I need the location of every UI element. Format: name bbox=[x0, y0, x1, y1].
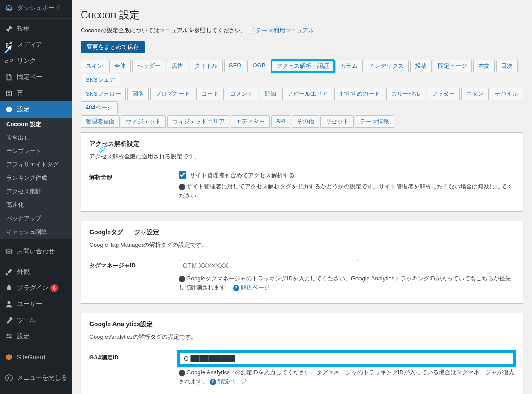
settings-tab[interactable]: OGP bbox=[247, 60, 270, 72]
menu-label: リンク bbox=[17, 57, 36, 65]
settings-tab[interactable]: テーマ情報 bbox=[355, 115, 394, 128]
settings-tab[interactable]: スキン bbox=[81, 60, 108, 72]
plugin-icon bbox=[4, 284, 13, 293]
settings-tab[interactable]: 固定ページ bbox=[433, 60, 472, 72]
field-help: iサイト管理者に対してアクセス解析タグを出力するかどうかの設定です。サイト管理者… bbox=[179, 182, 515, 200]
settings-tab[interactable]: 広告 bbox=[167, 60, 188, 72]
settings-tab[interactable]: カルーセル bbox=[386, 88, 425, 100]
info-icon: i bbox=[179, 370, 185, 376]
submenu-affiliate[interactable]: アフィリエイトタグ bbox=[0, 158, 72, 171]
cocoon-icon bbox=[4, 105, 13, 114]
settings-tab[interactable]: 投稿 bbox=[410, 60, 432, 72]
section-title: Googleタグ ジャ設定 bbox=[89, 228, 515, 236]
settings-tab[interactable]: フッター bbox=[427, 88, 460, 100]
settings-tab[interactable]: 通知 bbox=[260, 88, 281, 100]
settings-tab[interactable]: 管理者画面 bbox=[81, 115, 120, 128]
manual-link[interactable]: テーマ利用マニュアル bbox=[256, 27, 314, 34]
settings-tab[interactable]: 目次 bbox=[496, 60, 518, 72]
section-title: アクセス解析設定 bbox=[89, 140, 515, 148]
menu-media[interactable]: メディア bbox=[0, 37, 72, 53]
form-row-analytics-general: 解析全般 サイト管理者も含めてアクセス解析する iサイト管理者に対してアクセス解… bbox=[89, 168, 515, 203]
ga-section: Google Analytics設定 Google Analyticsの解析タグ… bbox=[81, 313, 523, 394]
gtm-id-input[interactable] bbox=[179, 260, 358, 271]
menu-dashboard[interactable]: ダッシュボード bbox=[0, 0, 72, 16]
menu-label: 設定 bbox=[17, 105, 30, 114]
document-icon: 📄 bbox=[248, 27, 255, 34]
link-icon bbox=[4, 57, 13, 66]
menu-siteguard[interactable]: SiteGuard bbox=[0, 349, 72, 365]
row-label: 解析全般 bbox=[89, 171, 179, 181]
settings-tab[interactable]: ウィジェット bbox=[121, 115, 166, 128]
checkbox-label-wrap[interactable]: サイト管理者も含めてアクセス解析する bbox=[179, 172, 294, 179]
menu-users[interactable]: ユーザー bbox=[0, 296, 72, 312]
settings-tab[interactable]: ボタン bbox=[461, 88, 489, 100]
menu-label: プラグイン bbox=[17, 284, 48, 292]
menu-label: 設定 bbox=[17, 333, 30, 341]
settings-tab[interactable]: カラム bbox=[335, 60, 363, 72]
settings-tab[interactable]: インデックス bbox=[364, 60, 409, 72]
info-icon: i bbox=[179, 184, 185, 190]
menu-plugins[interactable]: プラグイン 6 bbox=[0, 280, 72, 296]
section-desc: アクセス解析全般に適用される設定です。 bbox=[89, 153, 515, 161]
menu-collapse[interactable]: メニューを閉じる bbox=[0, 370, 72, 386]
settings-tab[interactable]: ヘッダー bbox=[132, 60, 165, 72]
settings-tab[interactable]: 全体 bbox=[109, 60, 131, 72]
help-link[interactable]: 解説ページ bbox=[217, 378, 247, 385]
settings-tab[interactable]: 404ページ bbox=[81, 101, 118, 114]
ga4-id-input[interactable] bbox=[180, 353, 357, 364]
menu-label: メディア bbox=[17, 41, 42, 49]
settings-tab[interactable]: SNSフォロー bbox=[81, 88, 126, 100]
submenu-speed[interactable]: 高速化 bbox=[0, 198, 72, 212]
menu-label: ユーザー bbox=[17, 300, 42, 308]
section-desc: Google Analyticsの解析タグの設定です。 bbox=[89, 333, 515, 341]
submenu-ranking[interactable]: ランキング作成 bbox=[0, 171, 72, 185]
save-button[interactable]: 変更をまとめて保存 bbox=[81, 41, 145, 53]
submenu-cache[interactable]: キャッシュ削除 bbox=[0, 225, 72, 239]
menu-label: SiteGuard bbox=[17, 354, 45, 361]
menu-settings[interactable]: 設定 bbox=[0, 328, 72, 345]
help-icon: ? bbox=[233, 285, 239, 291]
menu-label: 外観 bbox=[17, 268, 30, 276]
settings-tab[interactable]: SNSシェア bbox=[81, 74, 120, 86]
settings-tab[interactable]: タイトル bbox=[190, 60, 223, 72]
menu-pages[interactable]: 固定ペー bbox=[0, 69, 72, 85]
settings-tab[interactable]: モバイル bbox=[490, 88, 523, 100]
settings-tab[interactable]: コメント bbox=[225, 88, 258, 100]
help-link[interactable]: 解説ページ bbox=[241, 284, 270, 291]
settings-tab[interactable]: エディター bbox=[231, 115, 270, 128]
submenu-template[interactable]: テンプレート bbox=[0, 144, 72, 158]
admin-analytics-checkbox[interactable] bbox=[179, 171, 186, 179]
settings-tab[interactable]: その他 bbox=[292, 115, 319, 128]
settings-tab[interactable]: リセット bbox=[320, 115, 354, 128]
row-label: GA4測定ID bbox=[89, 352, 179, 362]
settings-tab[interactable]: コード bbox=[196, 88, 224, 100]
menu-appearance[interactable]: 外観 bbox=[0, 264, 72, 280]
menu-label: メニューを閉じる bbox=[17, 374, 67, 382]
brush-icon bbox=[4, 267, 13, 276]
submenu-access[interactable]: アクセス集計 bbox=[0, 185, 72, 198]
submenu-speech[interactable]: 吹き出し bbox=[0, 131, 72, 144]
settings-tab[interactable]: ブログカード bbox=[150, 88, 195, 100]
highlighted-input-wrapper bbox=[179, 352, 515, 365]
submenu-backup[interactable]: バックアップ bbox=[0, 212, 72, 225]
section-desc: Google Tag Managerの解析タグの設定です。 bbox=[89, 241, 515, 249]
settings-tab[interactable]: アピールエリア bbox=[282, 88, 333, 100]
settings-tab[interactable]: 本文 bbox=[473, 60, 495, 72]
settings-tab[interactable]: SEO bbox=[224, 60, 246, 72]
settings-tab[interactable]: API bbox=[271, 115, 290, 128]
menu-contact[interactable]: お問い合わせ bbox=[0, 243, 72, 259]
menu-posts[interactable]: 投稿 bbox=[0, 21, 72, 37]
access-analytics-section: アクセス解析設定 アクセス解析全般に適用される設定です。 解析全般 サイト管理者… bbox=[81, 132, 523, 212]
settings-tab[interactable]: ウィジェットエリア bbox=[167, 115, 229, 128]
menu-reusable[interactable]: 再 bbox=[0, 85, 72, 101]
submenu-cocoon-settings[interactable]: Cocoon 設定 bbox=[0, 118, 72, 131]
menu-tools[interactable]: ツール bbox=[0, 312, 72, 328]
settings-tab[interactable]: 画像 bbox=[127, 88, 149, 100]
menu-cocoon[interactable]: 設定 bbox=[0, 101, 72, 118]
settings-tab[interactable]: アクセス解析・認証 bbox=[272, 60, 334, 72]
menu-links[interactable]: リンク bbox=[0, 53, 72, 69]
menu-label: ダッシュボード bbox=[17, 4, 61, 12]
collapse-icon bbox=[4, 373, 13, 382]
settings-tab[interactable]: おすすめカード bbox=[334, 88, 385, 100]
menu-label: ツール bbox=[17, 316, 36, 324]
